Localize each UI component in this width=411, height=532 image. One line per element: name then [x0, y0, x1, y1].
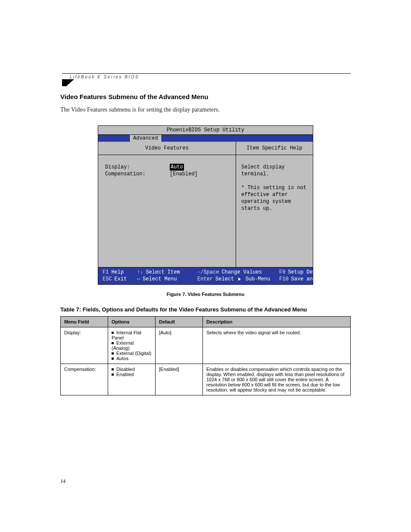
bios-screenshot: PhoenixBIOS Setup Utility Advanced Video…: [98, 125, 313, 285]
cell-description: Enables or disables compensation which c…: [203, 364, 351, 395]
header-tab-icon: [65, 80, 351, 87]
cell-default: [Auto]: [156, 327, 203, 364]
col-menu-field: Menu Field: [61, 317, 108, 327]
figure-caption: Figure 7. Video Features Submenu: [60, 292, 351, 297]
col-default: Default: [156, 317, 203, 327]
svg-marker-0: [62, 79, 74, 86]
cell-default: [Enabled]: [156, 364, 203, 395]
bios-field-row: Display:Auto: [105, 164, 231, 171]
key-updown: ↑↓: [137, 269, 143, 275]
action-select-menu: Select Menu: [143, 276, 177, 282]
help-line: Select display terminal.: [241, 164, 308, 177]
key-f10: F10: [279, 276, 289, 282]
key-f9: F9: [279, 269, 285, 275]
bios-left-panel: Video Features Display:AutoCompensation:…: [98, 142, 236, 267]
cell-description: Selects where the video signal will be r…: [203, 327, 351, 364]
help-line: starts up.: [241, 205, 308, 212]
help-line: effective after: [241, 191, 308, 198]
cell-menu-field: Display:: [61, 327, 108, 364]
bios-field-label: Compensation:: [105, 171, 170, 177]
bios-left-title: Video Features: [98, 142, 236, 155]
bios-fields: Display:AutoCompensation:[Enabled]: [98, 155, 236, 267]
cell-options: Internal Flat PanelExternal (Analog)Exte…: [108, 327, 156, 364]
col-description: Description: [203, 317, 351, 327]
table-header-row: Menu Field Options Default Description: [61, 317, 351, 327]
cell-menu-field: Compensation:: [61, 364, 108, 395]
intro-text: The Video Features submenu is for settin…: [60, 106, 351, 113]
key-f1: F1: [103, 269, 109, 275]
action-change-values: Change Values: [221, 269, 262, 275]
page-number: 14: [60, 478, 65, 485]
running-title: LifeBook E Series BIOS: [65, 74, 351, 80]
cell-options: DisabledEnabled: [108, 364, 156, 395]
table-row: Compensation:DisabledEnabled[Enabled]Ena…: [61, 364, 351, 395]
triangle-right-icon: [238, 277, 241, 281]
option-item: Disabled: [112, 367, 152, 372]
section-heading: Video Features Submenu of the Advanced M…: [60, 93, 351, 100]
help-line: operating system: [241, 198, 308, 205]
bios-menubar: Advanced: [98, 135, 313, 142]
key-esc: ESC: [103, 276, 112, 282]
table-row: Display:Internal Flat PanelExternal (Ana…: [61, 327, 351, 364]
action-select-item: Select Item: [146, 269, 180, 275]
action-select-submenu: Select Sub-Menu: [215, 276, 270, 282]
key-leftright: ↔: [137, 276, 140, 282]
action-save-exit: Save and Exit: [291, 276, 332, 282]
option-item: Autos: [112, 356, 152, 361]
option-item: Enabled: [112, 372, 152, 377]
bios-right-panel: Item Specific Help Select display termin…: [236, 142, 313, 267]
bios-titlebar: PhoenixBIOS Setup Utility: [98, 126, 313, 135]
bios-body: Video Features Display:AutoCompensation:…: [98, 142, 313, 268]
document-page: LifeBook E Series BIOS Video Features Su…: [0, 0, 411, 532]
key-space: -/Space: [197, 269, 219, 275]
table-title: Table 7: Fields, Options and Defaults fo…: [60, 306, 351, 313]
option-item: Internal Flat Panel: [112, 330, 152, 340]
option-item: External (Digital): [112, 351, 152, 356]
action-exit: Exit: [115, 276, 127, 282]
bios-help-text: Select display terminal. * This setting …: [236, 155, 313, 267]
action-help: Help: [111, 269, 124, 275]
help-line: * This setting is not: [241, 184, 308, 191]
bios-field-value: [Enabled]: [170, 171, 198, 177]
col-options: Options: [108, 317, 156, 327]
action-setup-defaults: Setup Defaults: [288, 269, 331, 275]
bios-options-table: Menu Field Options Default Description D…: [60, 316, 351, 395]
help-line: [241, 177, 308, 184]
option-item: External (Analog): [112, 340, 152, 351]
running-header: LifeBook E Series BIOS: [65, 73, 351, 87]
bios-field-value: Auto: [170, 164, 184, 171]
bios-footer: F1Help ↑↓Select Item -/SpaceChange Value…: [98, 268, 313, 284]
bios-right-title: Item Specific Help: [236, 142, 313, 155]
key-enter: Enter: [197, 276, 213, 282]
bios-field-label: Display:: [105, 164, 170, 171]
bios-active-menu: Advanced: [129, 134, 162, 142]
bios-field-row: Compensation:[Enabled]: [105, 171, 231, 177]
